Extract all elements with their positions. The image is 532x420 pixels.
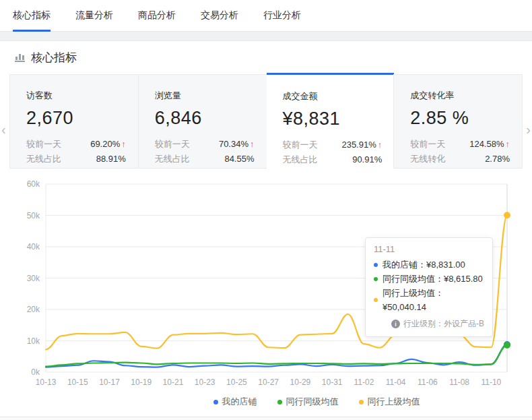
tab-transaction-analysis[interactable]: 交易分析: [201, 0, 238, 31]
series-dot-icon: [213, 400, 218, 404]
stat-value: 90.91%: [352, 152, 382, 167]
tooltip-footer: i 行业级别：外设产品-B: [374, 318, 484, 330]
legend-label: 我的店铺: [222, 396, 257, 408]
tab-label: 行业分析: [263, 9, 301, 22]
metric-card-visitors[interactable]: 访客数 2,670 较前一天 69.20%↑ 无线占比 88.91%: [9, 74, 139, 169]
metric-value: 2.85 %: [410, 108, 510, 129]
metric-stat-row: 无线占比 90.91%: [283, 152, 383, 167]
up-arrow-icon: ↑: [506, 139, 510, 149]
metric-value: 6,846: [155, 108, 255, 129]
trend-chart-panel: 60k50k40k30k20k10k0k10-1310-1510-1710-19…: [0, 169, 532, 417]
stat-name: 无线占比: [26, 152, 61, 167]
y-tick-label: 0k: [31, 367, 40, 377]
metric-stat-row: 无线占比 84.55%: [155, 152, 255, 167]
metric-label: 成交转化率: [410, 90, 510, 102]
stat-name: 无线占比: [155, 152, 190, 167]
metric-value: ¥8,831: [283, 109, 383, 129]
metric-stat-row: 较前一天 235.91%↑: [283, 138, 383, 152]
y-tick-label: 20k: [27, 305, 40, 314]
metric-card-conversion-rate[interactable]: 成交转化率 2.85 % 较前一天 124.58%↑ 无线转化 2.78%: [393, 74, 523, 169]
metric-stat-row: 较前一天 69.20%↑: [26, 137, 126, 152]
legend-item-my-shop[interactable]: 我的店铺: [213, 396, 257, 408]
stat-name: 较前一天: [155, 137, 190, 152]
stat-value: 88.91%: [96, 152, 126, 167]
series-endpoint-marker: [504, 342, 510, 349]
tab-core-metrics[interactable]: 核心指标: [13, 0, 51, 31]
metric-card-gmv[interactable]: 成交金额 ¥8,831 较前一天 235.91%↑ 无线占比 90.91%: [267, 73, 395, 169]
metric-card-pageviews[interactable]: 浏览量 6,846 较前一天 70.34%↑ 无线占比 84.55%: [138, 74, 267, 169]
x-tick-label: 10-25: [226, 378, 247, 387]
x-tick-label: 10-17: [99, 378, 120, 387]
series-dot-icon: [374, 263, 378, 267]
info-icon: i: [391, 320, 400, 328]
series-dot-icon: [277, 400, 282, 404]
chevron-left-icon[interactable]: ‹: [1, 124, 6, 135]
y-tick-label: 10k: [27, 336, 40, 346]
series-endpoint-marker: [504, 212, 510, 218]
tooltip-row-text: 同行同级均值：¥8,615.80: [383, 272, 483, 286]
x-tick-label: 10-19: [131, 378, 152, 387]
chevron-right-icon[interactable]: ›: [526, 124, 531, 135]
x-tick-label: 10-15: [67, 378, 88, 387]
stat-value: 84.55%: [224, 152, 254, 167]
x-tick-label: 11-06: [418, 378, 438, 387]
tooltip-date: 11-11: [374, 244, 484, 254]
tab-label: 交易分析: [201, 9, 238, 22]
tooltip-row: 同行同级均值：¥8,615.80: [374, 272, 484, 286]
up-arrow-icon: ↑: [378, 140, 383, 150]
y-tick-label: 50k: [27, 211, 40, 220]
x-tick-label: 11-02: [354, 378, 374, 387]
tab-industry-analysis[interactable]: 行业分析: [263, 0, 301, 31]
stat-value: 70.34%: [219, 139, 248, 149]
page-background-strip: [0, 32, 532, 41]
tooltip-row: 我的店铺：¥8,831.00: [374, 258, 484, 272]
active-tab-underline: [13, 30, 51, 32]
x-tick-label: 10-29: [290, 378, 311, 387]
legend-label: 同行同级均值: [286, 396, 339, 408]
stat-value: 124.58%: [469, 139, 504, 149]
tooltip-row: 同行上级均值：¥50,040.14: [374, 286, 484, 314]
stat-name: 无线转化: [410, 152, 445, 167]
x-tick-label: 10-31: [322, 378, 343, 387]
y-tick-label: 60k: [27, 179, 40, 189]
x-tick-label: 11-04: [386, 378, 406, 387]
metric-value: 2,670: [26, 108, 126, 129]
metric-label: 访客数: [26, 90, 126, 102]
legend-item-peer-upper-level[interactable]: 同行上级均值: [359, 396, 420, 408]
page-title: 核心指标: [31, 50, 77, 65]
stat-value: 2.78%: [485, 152, 510, 167]
series-dot-icon: [359, 400, 364, 404]
metric-stat-row: 无线占比 88.91%: [26, 152, 126, 167]
tooltip-footer-text: 行业级别：外设产品-B: [403, 318, 484, 330]
y-tick-label: 30k: [27, 274, 40, 283]
stat-value: 235.91%: [341, 140, 376, 150]
metric-stat-row: 较前一天 70.34%↑: [155, 137, 255, 152]
y-tick-label: 40k: [27, 242, 40, 251]
x-tick-label: 10-23: [195, 378, 215, 387]
stat-name: 较前一天: [26, 137, 61, 152]
section-header: 核心指标: [0, 41, 532, 74]
tab-product-analysis[interactable]: 商品分析: [138, 0, 176, 31]
x-tick-label: 10-21: [163, 378, 184, 387]
stat-name: 较前一天: [410, 137, 445, 152]
series-dot-icon: [374, 277, 378, 281]
chart-tooltip: 11-11 我的店铺：¥8,831.00 同行同级均值：¥8,615.80 同行…: [365, 237, 493, 337]
metric-stat-row: 较前一天 124.58%↑: [410, 137, 510, 152]
bar-chart-icon: [15, 54, 25, 62]
metric-label: 浏览量: [155, 90, 255, 102]
metric-label: 成交金额: [283, 90, 383, 102]
tab-label: 流量分析: [75, 9, 113, 22]
x-tick-label: 11-08: [449, 378, 469, 387]
tooltip-row-text: 我的店铺：¥8,831.00: [383, 258, 465, 272]
stat-value: 69.20%: [90, 139, 120, 149]
tab-traffic-analysis[interactable]: 流量分析: [75, 0, 113, 31]
up-arrow-icon: ↑: [250, 139, 255, 149]
x-tick-label: 10-27: [258, 378, 279, 387]
legend-item-peer-same-level[interactable]: 同行同级均值: [277, 396, 339, 408]
chart-legend: 我的店铺 同行同级均值 同行上级均值: [101, 396, 532, 408]
series-dot-icon: [374, 298, 378, 302]
legend-label: 同行上级均值: [368, 396, 420, 408]
tab-label: 商品分析: [138, 9, 176, 22]
top-tab-bar: 核心指标 流量分析 商品分析 交易分析 行业分析: [0, 0, 532, 32]
metric-stat-row: 无线转化 2.78%: [410, 152, 510, 167]
